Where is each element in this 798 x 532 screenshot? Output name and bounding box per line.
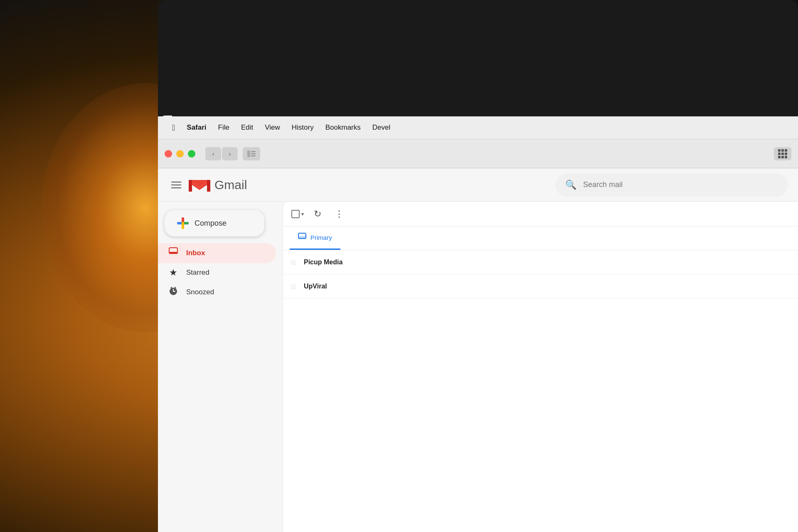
apple-menu[interactable]:  [166, 121, 181, 134]
laptop-bezel-top [158, 0, 798, 116]
close-button[interactable] [165, 150, 172, 158]
forward-button[interactable]: › [222, 147, 238, 160]
table-row[interactable]: ☆ Picup Media [283, 250, 798, 274]
checkbox-dropdown-arrow[interactable]: ▾ [301, 211, 304, 217]
svg-rect-0 [247, 150, 250, 157]
search-bar[interactable]: 🔍 [555, 173, 788, 197]
star-icon[interactable]: ☆ [290, 257, 297, 267]
view-menu[interactable]: View [259, 122, 286, 133]
forward-arrow-icon: › [229, 150, 231, 157]
svg-rect-1 [251, 151, 256, 152]
laptop-frame:  Safari File Edit View History Bookmark… [158, 0, 798, 532]
gmail-area: Gmail 🔍 [158, 168, 798, 532]
gmail-m-icon [189, 177, 210, 193]
svg-rect-12 [298, 236, 306, 238]
svg-rect-5 [169, 252, 177, 254]
sidebar-item-inbox[interactable]: Inbox [158, 243, 276, 263]
sidebar-item-snoozed[interactable]: Snoozed [158, 282, 276, 302]
edit-menu[interactable]: Edit [235, 122, 259, 133]
svg-line-10 [175, 287, 176, 288]
grid-icon [778, 149, 787, 158]
snoozed-label: Snoozed [186, 288, 214, 296]
search-input[interactable] [583, 180, 778, 189]
plus-vertical [182, 217, 184, 229]
svg-rect-3 [251, 155, 256, 156]
grid-button[interactable] [774, 147, 791, 160]
bookmarks-menu[interactable]: Bookmarks [320, 122, 367, 133]
develop-menu[interactable]: Devel [367, 122, 396, 133]
select-all-checkbox[interactable] [291, 210, 300, 218]
email-list: ☆ Picup Media ☆ UpViral [283, 250, 798, 298]
file-menu[interactable]: File [212, 122, 235, 133]
gmail-main: ▾ ↻ ⋮ [283, 202, 798, 532]
starred-label: Starred [186, 268, 209, 277]
checkbox-area[interactable]: ▾ [291, 210, 304, 218]
gmail-header: Gmail 🔍 [158, 168, 798, 202]
gmail-text: Gmail [214, 178, 247, 192]
star-icon: ★ [168, 267, 179, 278]
inbox-icon [168, 247, 179, 259]
minimize-button[interactable] [176, 150, 184, 158]
email-sender: Picup Media [304, 259, 395, 266]
sidebar-toggle-button[interactable] [243, 147, 260, 160]
screen:  Safari File Edit View History Bookmark… [158, 116, 798, 532]
nav-buttons: ‹ › [205, 147, 238, 160]
back-arrow-icon: ‹ [212, 150, 214, 157]
compose-label: Compose [195, 219, 227, 228]
email-sender: UpViral [304, 283, 395, 290]
tab-primary[interactable]: Primary [290, 227, 340, 250]
main-toolbar: ▾ ↻ ⋮ [283, 202, 798, 227]
sidebar-toggle-icon [247, 150, 256, 157]
gmail-sidebar: Compose Inbox ★ S [158, 202, 283, 532]
maximize-button[interactable] [188, 150, 195, 158]
gmail-body: Compose Inbox ★ S [158, 202, 798, 532]
hamburger-line-3 [171, 187, 181, 188]
compose-button[interactable]: Compose [165, 210, 264, 236]
more-options-button[interactable]: ⋮ [331, 207, 347, 221]
more-dots-icon: ⋮ [335, 209, 344, 219]
menu-bar:  Safari File Edit View History Bookmark… [158, 116, 798, 139]
browser-chrome: ‹ › [158, 139, 798, 168]
history-menu[interactable]: History [286, 122, 320, 133]
safari-menu[interactable]: Safari [181, 122, 212, 133]
plus-icon [177, 217, 189, 229]
hamburger-line-1 [171, 182, 181, 182]
sidebar-item-starred[interactable]: ★ Starred [158, 263, 276, 282]
star-icon[interactable]: ☆ [290, 281, 297, 291]
compose-icon [177, 217, 189, 229]
table-row[interactable]: ☆ UpViral [283, 274, 798, 298]
traffic-lights [165, 150, 195, 158]
search-icon: 🔍 [565, 180, 576, 190]
primary-tab-label: Primary [310, 234, 332, 241]
refresh-icon: ↻ [314, 209, 321, 219]
hamburger-button[interactable] [168, 178, 185, 192]
primary-tab-icon [298, 232, 306, 243]
svg-rect-2 [251, 153, 256, 154]
gmail-logo: Gmail [189, 177, 247, 193]
refresh-button[interactable]: ↻ [310, 207, 325, 221]
inbox-label: Inbox [186, 249, 205, 257]
hamburger-line-2 [171, 185, 181, 185]
svg-line-9 [171, 287, 172, 288]
tabs-row: Primary [283, 227, 798, 250]
clock-icon [168, 286, 179, 298]
back-button[interactable]: ‹ [205, 147, 221, 160]
